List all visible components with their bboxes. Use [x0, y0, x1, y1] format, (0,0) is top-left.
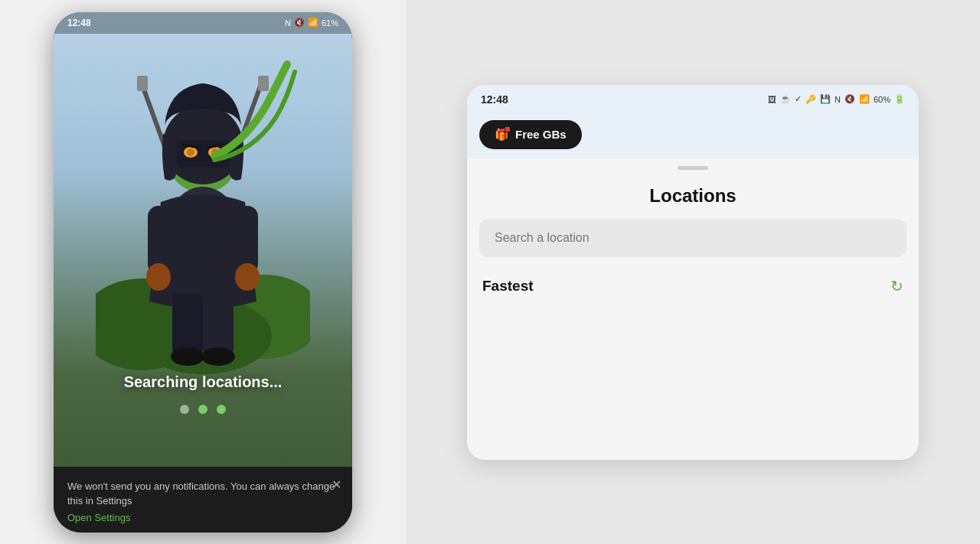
search-location-input[interactable] [479, 219, 906, 257]
key-icon: 🔑 [805, 94, 816, 104]
dot-1 [180, 405, 189, 414]
coffee-icon: ☕ [780, 94, 791, 104]
ninja-background: Searching locations... [54, 12, 352, 533]
svg-point-18 [146, 263, 171, 291]
svg-rect-21 [203, 294, 234, 355]
locations-title: Locations [467, 178, 919, 219]
phone-right: 12:48 🖼 ☕ ✓ 🔑 💾 N 🔇 📶 60% 🔋 🎁 [467, 85, 919, 460]
mute-icon: 🔇 [294, 18, 305, 28]
left-status-time: 12:48 [67, 18, 91, 28]
close-notification-button[interactable]: ✕ [332, 477, 341, 492]
sim-icon: N [285, 18, 291, 28]
battery-right: 60% [874, 95, 890, 104]
searching-text: Searching locations... [124, 373, 283, 391]
svg-rect-6 [258, 76, 269, 91]
wifi-right-icon: 📶 [859, 94, 870, 104]
svg-point-23 [201, 347, 235, 366]
locations-sheet: Locations Fastest ↻ [467, 178, 919, 460]
right-panel: 12:48 🖼 ☕ ✓ 🔑 💾 N 🔇 📶 60% 🔋 🎁 [406, 0, 980, 544]
right-status-time: 12:48 [481, 93, 508, 106]
free-gbs-label: Free GBs [515, 128, 567, 141]
right-status-icons: 🖼 ☕ ✓ 🔑 💾 N 🔇 📶 60% 🔋 [768, 94, 905, 104]
battery-left: 61% [322, 18, 338, 28]
check-icon: ✓ [795, 94, 802, 104]
left-status-bar: 12:48 N 🔇 📶 61% [54, 12, 352, 34]
free-gbs-bar: 🎁 Free GBs [467, 114, 919, 158]
photo-icon: 🖼 [768, 95, 776, 104]
svg-point-22 [171, 347, 204, 366]
sd-icon: 💾 [820, 94, 831, 104]
left-panel: 12:48 N 🔇 📶 61% [0, 0, 406, 544]
wifi-icon: 📶 [308, 18, 318, 28]
notification-text: We won't send you any notifications. You… [67, 479, 338, 509]
battery-icon: 🔋 [894, 94, 905, 104]
dot-2 [198, 405, 207, 414]
notification-dot [505, 126, 511, 132]
notification-banner: We won't send you any notifications. You… [54, 467, 352, 533]
ninja-illustration [96, 34, 310, 401]
svg-rect-4 [137, 76, 148, 91]
dot-3 [217, 405, 226, 414]
sheet-handle [678, 166, 708, 170]
left-status-icons: N 🔇 📶 61% [285, 18, 338, 28]
fastest-row: Fastest ↻ [467, 269, 919, 303]
search-container [467, 219, 919, 269]
sheet-handle-area [467, 158, 919, 178]
free-gbs-button[interactable]: 🎁 Free GBs [479, 120, 582, 149]
fastest-label: Fastest [482, 278, 534, 295]
refresh-icon[interactable]: ↻ [890, 277, 903, 295]
right-status-bar: 12:48 🖼 ☕ ✓ 🔑 💾 N 🔇 📶 60% 🔋 [467, 85, 919, 114]
open-settings-link[interactable]: Open Settings [67, 512, 338, 523]
sim-right-icon: N [835, 95, 841, 104]
svg-point-19 [235, 263, 260, 291]
phone-left: 12:48 N 🔇 📶 61% [54, 12, 352, 533]
svg-rect-20 [172, 294, 203, 355]
gift-icon: 🎁 [495, 128, 509, 142]
loading-dots [180, 405, 226, 414]
mute-right-icon: 🔇 [844, 94, 855, 104]
svg-point-12 [187, 148, 194, 156]
